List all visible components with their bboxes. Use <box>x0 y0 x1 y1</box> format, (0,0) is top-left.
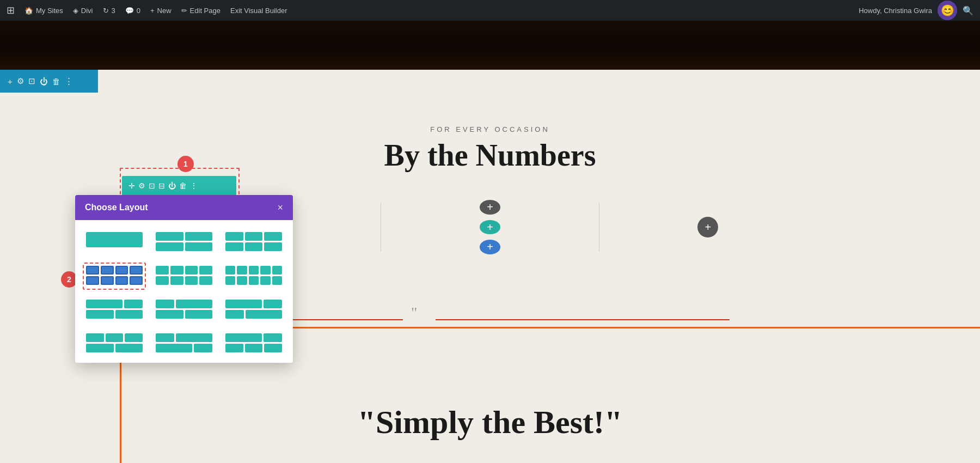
section-label: FOR EVERY OCCASION <box>430 125 550 133</box>
wp-logo-icon: ⊞ <box>7 4 15 16</box>
edit-page-item[interactable]: ✏ Edit Page <box>181 7 220 15</box>
notifications-count: 3 <box>112 7 115 15</box>
my-sites-item[interactable]: 🏠 My Sites <box>24 7 63 15</box>
my-sites-house-icon: 🏠 <box>24 7 33 15</box>
row-settings-icon[interactable]: ⚙ <box>138 181 145 190</box>
row-clone-icon[interactable]: ⊟ <box>158 181 165 190</box>
add-module-col2-button[interactable]: + <box>480 200 500 215</box>
quote-title: "Simply the Best!" <box>358 404 623 441</box>
admin-bar-right: Howdy, Christina Gwira 😊 🔍 <box>859 1 973 20</box>
exit-label: Exit Visual Builder <box>230 7 287 15</box>
popup-title: Choose Layout <box>85 203 148 212</box>
refresh-icon: ↻ <box>103 7 109 15</box>
step-2-label: 2 <box>67 275 71 284</box>
plus-icon: + <box>150 7 155 15</box>
row-move-icon[interactable]: ✛ <box>128 181 135 190</box>
quote-mark: " <box>411 304 417 321</box>
layout-option-mixed-a[interactable] <box>222 296 285 324</box>
section-toolbar: + ⚙ ⊡ ⏻ 🗑 ⋮ <box>0 70 98 93</box>
layout-option-one-third[interactable] <box>152 296 216 324</box>
layout-option-mixed-d[interactable] <box>222 330 285 357</box>
row-more-icon[interactable]: ⋮ <box>190 181 198 190</box>
pencil-icon: ✏ <box>181 7 187 15</box>
column-2: + + + <box>381 200 598 254</box>
divi-item[interactable]: ◈ Divi <box>73 7 93 15</box>
notifications-item[interactable]: ↻ 3 <box>103 7 115 15</box>
divi-icon: ◈ <box>73 7 78 15</box>
admin-bar: ⊞ 🏠 My Sites ◈ Divi ↻ 3 💬 0 + New ✏ Edit… <box>0 0 980 21</box>
admin-bar-left: ⊞ 🏠 My Sites ◈ Divi ↻ 3 💬 0 + New ✏ Edit… <box>7 4 849 16</box>
my-sites-label: My Sites <box>36 7 63 15</box>
layout-option-mixed-b[interactable] <box>83 330 146 357</box>
divider-line-right <box>436 319 730 320</box>
comments-item[interactable]: 💬 0 <box>125 7 140 15</box>
section-add-icon[interactable]: + <box>8 77 13 86</box>
divi-label: Divi <box>81 7 93 15</box>
layout-option-three-col[interactable] <box>222 229 285 256</box>
avatar[interactable]: 😊 <box>938 1 957 20</box>
add-module-col2-blue-button[interactable]: + <box>480 240 500 254</box>
banner-image <box>0 21 980 70</box>
comments-count: 0 <box>137 7 140 15</box>
layout-option-four-equal-b[interactable] <box>152 263 216 290</box>
search-icon[interactable]: 🔍 <box>963 5 973 16</box>
choose-layout-popup: Choose Layout × <box>75 195 293 363</box>
new-label: New <box>157 7 171 15</box>
comment-icon: 💬 <box>125 7 134 15</box>
popup-body <box>75 220 293 363</box>
section-more-icon[interactable]: ⋮ <box>65 76 73 86</box>
layout-option-two-equal[interactable] <box>152 229 216 256</box>
layout-option-four-equal[interactable] <box>83 263 146 290</box>
page-background: + ⚙ ⊡ ⏻ 🗑 ⋮ 1 ✛ ⚙ ⊡ ⊟ ⏻ 🗑 ⋮ 2 FOR EVERY … <box>0 21 980 463</box>
row-toolbar: ✛ ⚙ ⊡ ⊟ ⏻ 🗑 ⋮ <box>122 176 236 196</box>
avatar-image: 😊 <box>941 4 954 17</box>
section-power-icon[interactable]: ⏻ <box>40 77 48 86</box>
popup-header: Choose Layout × <box>75 195 293 220</box>
section-settings-icon[interactable]: ⚙ <box>17 76 24 86</box>
new-item[interactable]: + New <box>150 7 171 15</box>
section-delete-icon[interactable]: 🗑 <box>52 77 60 86</box>
layout-option-five-equal[interactable] <box>222 263 285 290</box>
row-save-icon[interactable]: ⊡ <box>149 181 155 190</box>
add-module-col3-button[interactable]: + <box>697 217 718 237</box>
layout-option-two-thirds[interactable] <box>83 296 146 324</box>
exit-visual-builder-item[interactable]: Exit Visual Builder <box>230 7 287 15</box>
row-delete-icon[interactable]: 🗑 <box>179 181 187 190</box>
edit-page-label: Edit Page <box>190 7 220 15</box>
step-badge-1: 1 <box>177 156 194 172</box>
wp-logo-item[interactable]: ⊞ <box>7 4 15 16</box>
user-greeting: Howdy, Christina Gwira <box>859 7 932 15</box>
row-power-icon[interactable]: ⏻ <box>168 181 176 190</box>
popup-close-button[interactable]: × <box>277 203 283 212</box>
section-title: By the Numbers <box>384 138 596 173</box>
column-3: + <box>599 200 817 254</box>
section-clone-icon[interactable]: ⊡ <box>28 76 35 86</box>
layout-option-single[interactable] <box>83 229 146 256</box>
step-1-label: 1 <box>183 160 188 168</box>
layout-option-mixed-c[interactable] <box>152 330 216 357</box>
add-module-col2-teal-button[interactable]: + <box>480 220 500 235</box>
